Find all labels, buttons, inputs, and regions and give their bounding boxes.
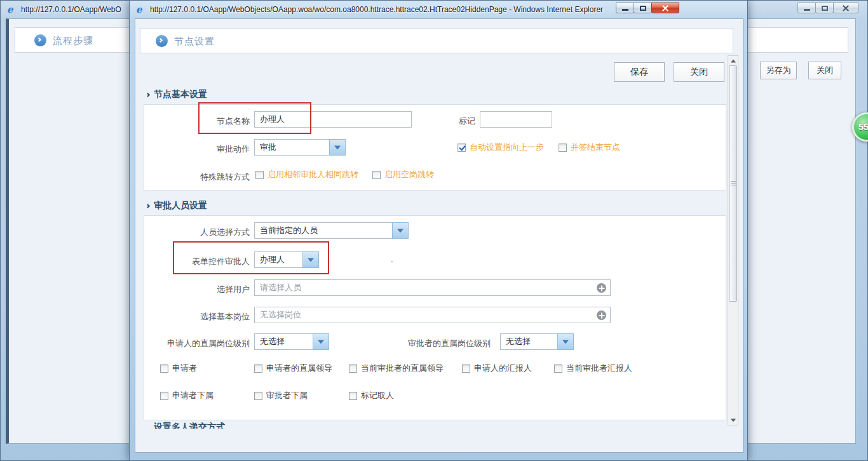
checkbox-icon[interactable] <box>160 392 168 400</box>
close-icon[interactable] <box>651 3 679 13</box>
applicant-subordinate-checkbox[interactable]: 申请者下属 <box>160 391 214 401</box>
chevron-down-icon[interactable] <box>557 333 574 350</box>
select-post-label: 选择基本岗位 <box>135 311 250 323</box>
checkbox-icon[interactable] <box>462 364 470 373</box>
section-personnel-title: 审批人员设置 <box>146 200 207 211</box>
dialog-scrollbar[interactable] <box>728 55 738 425</box>
applicant-checkbox[interactable]: 申请者 <box>160 363 197 373</box>
chevron-circle-icon <box>156 35 168 47</box>
mark-input[interactable] <box>480 111 552 128</box>
chevron-down-icon[interactable] <box>392 222 409 239</box>
chevron-right-icon <box>146 93 150 97</box>
ie-favicon <box>7 4 18 15</box>
chevron-down-icon[interactable] <box>329 139 346 156</box>
scrollbar-grip-icon <box>731 181 736 186</box>
background-window-title: http://127.0.0.1/OAapp/WebO <box>21 5 126 14</box>
select-user-field[interactable]: 请选择人员 <box>254 279 611 296</box>
background-window-controls <box>798 3 858 13</box>
approver-level-value: 无选择 <box>500 333 557 350</box>
dialog-titlebar[interactable]: http://127.0.0.1/OAapp/WebObjects/OAapp.… <box>130 1 747 18</box>
approver-subordinate-checkbox[interactable]: 审批者下属 <box>254 391 308 401</box>
select-post-field[interactable]: 无选择岗位 <box>254 307 611 323</box>
save-button[interactable]: 保存 <box>614 62 665 82</box>
maximize-icon[interactable] <box>634 3 652 13</box>
section-basic-title: 节点基本设置 <box>146 89 207 100</box>
next-section-title-clipped: 设置多人递交方式 <box>154 422 294 429</box>
chevron-down-icon[interactable] <box>313 333 329 350</box>
save-as-button[interactable]: 另存为 <box>760 62 797 79</box>
badge-count: 55 <box>858 122 868 132</box>
highlight-box-node-name <box>198 102 311 134</box>
ie-favicon <box>136 4 147 15</box>
applicant-level-combo[interactable]: 无选择 <box>254 333 329 350</box>
dialog-content: 节点设置 保存 关闭 节点基本设置 节点名称 标记 审批动作 审批 自动设置指向 <box>135 18 743 453</box>
mark-pick-checkbox[interactable]: 标记取人 <box>349 391 394 401</box>
applicant-direct-leader-checkbox[interactable]: 申请者的直属领导 <box>254 363 332 373</box>
action-value: 审批 <box>254 139 329 156</box>
action-combo[interactable]: 审批 <box>254 139 346 156</box>
special-jump-label: 特殊跳转方式 <box>135 171 250 183</box>
checkbox-icon[interactable] <box>254 364 262 373</box>
background-close-button[interactable]: 关闭 <box>808 62 841 79</box>
checkbox-icon[interactable] <box>559 144 567 152</box>
select-user-label: 选择用户 <box>135 284 250 295</box>
highlight-box-form-ctrl <box>173 241 329 274</box>
applicant-level-label: 申请人的直属岗位级别 <box>135 338 250 349</box>
applicant-reporter-checkbox[interactable]: 申请人的汇报人 <box>462 363 532 373</box>
approver-level-combo[interactable]: 无选择 <box>500 333 574 350</box>
checkbox-icon[interactable] <box>554 364 562 373</box>
stray-mark: . <box>391 255 393 257</box>
mode-value: 当前指定的人员 <box>254 222 392 239</box>
checkbox-icon[interactable] <box>255 171 264 179</box>
dialog-window: http://127.0.0.1/OAapp/WebObjects/OAapp.… <box>129 0 748 461</box>
add-icon[interactable] <box>597 311 606 320</box>
checkbox-icon[interactable] <box>349 364 357 373</box>
current-approver-reporter-checkbox[interactable]: 当前审批者汇报人 <box>554 363 632 373</box>
checkbox-icon[interactable] <box>254 392 262 400</box>
chevron-circle-icon <box>34 34 46 46</box>
dialog-window-controls <box>616 3 679 13</box>
vacancy-jump-checkbox[interactable]: 启用空岗跳转 <box>372 170 434 180</box>
joint-sign-end-checkbox[interactable]: 并签结束节点 <box>559 142 620 152</box>
scrollbar-thumb[interactable] <box>729 65 737 302</box>
auto-point-prev-checkbox[interactable]: 自动设置指向上一步 <box>458 142 544 152</box>
dialog-window-title: http://127.0.0.1/OAapp/WebObjects/OAapp.… <box>150 5 603 14</box>
dialog-panel-title: 节点设置 <box>174 36 215 48</box>
mark-label: 标记 <box>424 116 475 127</box>
checkbox-icon[interactable] <box>349 392 357 400</box>
minimize-icon[interactable] <box>616 3 634 13</box>
mode-combo[interactable]: 当前指定的人员 <box>254 222 409 239</box>
scroll-up-icon[interactable] <box>728 56 738 65</box>
checkbox-icon[interactable] <box>372 171 381 179</box>
maximize-icon[interactable] <box>815 3 834 13</box>
mode-label: 人员选择方式 <box>135 227 250 238</box>
chevron-right-icon <box>146 204 150 208</box>
current-approver-direct-leader-checkbox[interactable]: 当前审批者的直属领导 <box>349 363 444 373</box>
action-label: 审批动作 <box>135 144 250 155</box>
dialog-panel-header: 节点设置 <box>140 28 733 53</box>
applicant-level-value: 无选择 <box>254 333 313 350</box>
dialog-close-button[interactable]: 关闭 <box>674 62 724 82</box>
screen: http://127.0.0.1/OAapp/WebO 流程步骤 另存为 关闭 … <box>0 0 868 461</box>
close-icon[interactable] <box>833 3 858 13</box>
minimize-icon[interactable] <box>797 3 816 13</box>
approver-level-label: 审批者的直属岗位级别 <box>405 338 491 349</box>
background-panel-title: 流程步骤 <box>53 35 93 47</box>
add-icon[interactable] <box>597 283 606 293</box>
adjacent-same-jump-checkbox[interactable]: 启用相邻审批人相同跳转 <box>255 170 358 180</box>
scroll-down-icon[interactable] <box>728 415 738 425</box>
checkbox-icon[interactable] <box>160 364 168 373</box>
checkbox-checked-icon[interactable] <box>458 144 466 152</box>
